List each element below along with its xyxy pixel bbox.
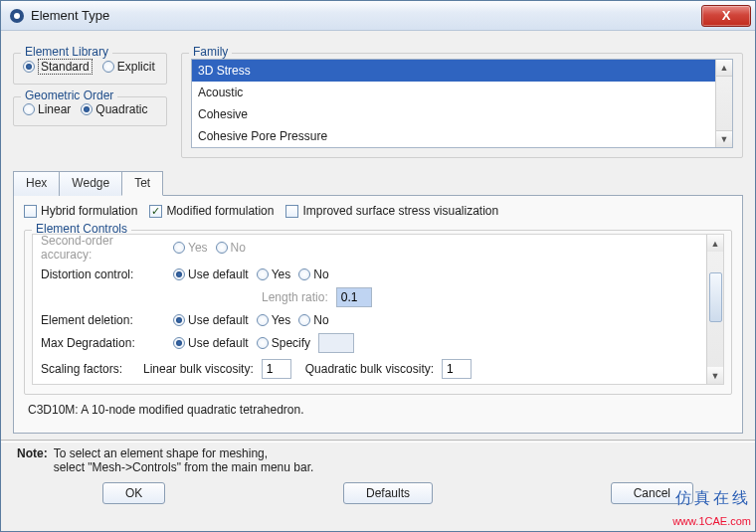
family-item[interactable]: 3D Stress <box>192 60 732 82</box>
radio-icon <box>23 103 35 115</box>
checkbox-icon <box>149 205 162 218</box>
radio-icon <box>173 268 185 280</box>
radio-icon <box>173 242 185 254</box>
radio-distortion-no[interactable]: No <box>298 267 328 281</box>
note-row: Note: To select an element shape for mes… <box>13 446 743 482</box>
radio-quadratic[interactable]: Quadratic <box>81 102 147 116</box>
family-group: Family 3D Stress Acoustic Cohesive Cohes… <box>181 47 743 158</box>
radio-soa-no: No <box>216 241 246 255</box>
family-listbox[interactable]: 3D Stress Acoustic Cohesive Cohesive Por… <box>191 59 733 148</box>
distortion-label: Distortion control: <box>41 267 165 281</box>
radio-icon <box>173 314 185 326</box>
radio-eldel-no[interactable]: No <box>298 313 328 327</box>
tabstrip: Hex Wedge Tet <box>13 170 743 195</box>
scroll-down-icon[interactable]: ▼ <box>707 367 723 384</box>
radio-eldel-default[interactable]: Use default <box>173 313 249 327</box>
length-ratio-input[interactable] <box>336 287 372 307</box>
scroll-down-icon[interactable]: ▼ <box>716 130 732 147</box>
radio-icon <box>257 268 269 280</box>
watermark-cn: 仿真在线 <box>675 488 751 509</box>
element-library-group: Element Library Standard Explicit <box>13 47 167 85</box>
radio-standard-label: Standard <box>38 59 93 75</box>
radio-icon <box>216 242 228 254</box>
radio-distortion-yes[interactable]: Yes <box>257 267 291 281</box>
checkbox-improved[interactable]: Improved surface stress visualization <box>285 204 498 218</box>
geometric-order-title: Geometric Order <box>21 89 117 102</box>
checkbox-icon <box>285 205 298 218</box>
scroll-up-icon[interactable]: ▲ <box>707 235 723 252</box>
radio-standard[interactable]: Standard <box>23 59 93 75</box>
radio-quadratic-label: Quadratic <box>95 102 147 116</box>
element-description: C3D10M: A 10-node modified quadratic tet… <box>24 395 732 425</box>
element-controls-panel: ▲ ▼ Second-order accuracy: Yes No Distor… <box>32 234 724 385</box>
family-item[interactable]: Cohesive <box>192 103 732 125</box>
element-controls-scrollbar[interactable]: ▲ ▼ <box>706 235 723 384</box>
radio-icon <box>257 314 269 326</box>
checkbox-modified-label: Modified formulation <box>166 204 274 218</box>
app-icon <box>9 8 25 24</box>
tab-tet[interactable]: Tet <box>121 171 163 196</box>
linear-bulk-input[interactable] <box>262 359 291 379</box>
family-item[interactable]: Acoustic <box>192 82 732 103</box>
radio-icon <box>23 61 35 73</box>
checkbox-improved-label: Improved surface stress visualization <box>302 204 498 218</box>
radio-icon <box>173 337 185 349</box>
watermark-url: www.1CAE.com <box>672 515 751 527</box>
scroll-up-icon[interactable]: ▲ <box>716 60 732 77</box>
quadratic-bulk-label: Quadratic bulk viscosity: <box>305 362 434 376</box>
note-label: Note: <box>17 446 48 474</box>
close-button[interactable]: X <box>701 5 751 27</box>
radio-maxdeg-specify[interactable]: Specify <box>257 336 310 350</box>
scaling-factors-label: Scaling factors: <box>41 362 135 376</box>
radio-distortion-default[interactable]: Use default <box>173 267 249 281</box>
family-title: Family <box>189 45 232 59</box>
max-degradation-label: Max Degradation: <box>41 336 165 350</box>
radio-explicit-label: Explicit <box>117 60 155 74</box>
radio-linear-label: Linear <box>38 102 71 116</box>
radio-eldel-yes[interactable]: Yes <box>257 313 291 327</box>
soa-label: Second-order accuracy: <box>41 234 165 262</box>
button-row: OK Defaults Cancel <box>13 482 743 504</box>
divider <box>1 440 755 443</box>
titlebar: Element Type X <box>1 1 755 31</box>
family-item[interactable]: Cohesive Pore Pressure <box>192 125 732 147</box>
radio-linear[interactable]: Linear <box>23 102 71 116</box>
radio-soa-yes: Yes <box>173 241 208 255</box>
close-icon: X <box>722 8 731 23</box>
checkbox-hybrid[interactable]: Hybrid formulation <box>24 204 137 218</box>
radio-icon <box>102 61 114 73</box>
linear-bulk-label: Linear bulk viscosity: <box>143 362 254 376</box>
svg-point-1 <box>14 13 20 19</box>
defaults-button[interactable]: Defaults <box>343 482 433 504</box>
checkbox-hybrid-label: Hybrid formulation <box>41 204 137 218</box>
tab-hex[interactable]: Hex <box>13 171 60 196</box>
radio-explicit[interactable]: Explicit <box>102 60 155 74</box>
quadratic-bulk-input[interactable] <box>442 359 472 379</box>
ok-button[interactable]: OK <box>102 482 165 504</box>
dialog-window: Element Type X 1CAE.COM Element Library … <box>0 0 756 532</box>
radio-icon <box>298 268 310 280</box>
checkbox-icon <box>24 205 37 218</box>
family-scrollbar[interactable]: ▲ ▼ <box>715 60 732 147</box>
radio-icon <box>298 314 310 326</box>
tab-wedge[interactable]: Wedge <box>59 171 122 196</box>
scroll-thumb[interactable] <box>709 272 722 322</box>
max-degradation-input[interactable] <box>318 333 354 353</box>
tab-panel-tet: Hybrid formulation Modified formulation … <box>13 195 743 434</box>
geometric-order-group: Geometric Order Linear Quadratic <box>13 90 167 126</box>
length-ratio-label: Length ratio: <box>262 290 328 304</box>
element-controls-group: Element Controls ▲ ▼ Second-order accura… <box>24 224 732 395</box>
note-line2: select "Mesh->Controls" from the main me… <box>54 460 314 474</box>
radio-icon <box>81 103 93 115</box>
checkbox-modified[interactable]: Modified formulation <box>149 204 274 218</box>
note-line1: To select an element shape for meshing, <box>54 446 268 460</box>
dialog-title: Element Type <box>31 8 701 23</box>
element-library-title: Element Library <box>21 45 112 59</box>
element-deletion-label: Element deletion: <box>41 313 165 327</box>
radio-icon <box>257 337 269 349</box>
radio-maxdeg-default[interactable]: Use default <box>173 336 249 350</box>
